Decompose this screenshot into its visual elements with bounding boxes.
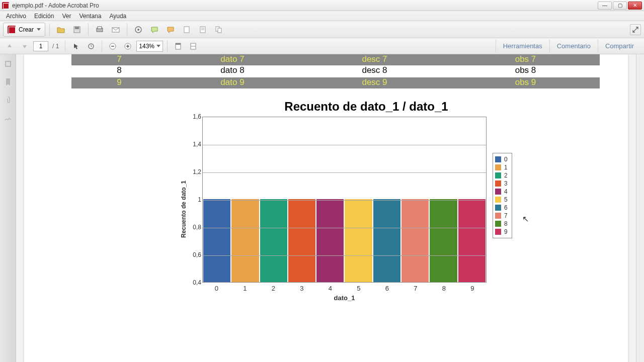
bar-3 (288, 199, 315, 282)
cell-desc: desc 9 (298, 77, 451, 88)
bar-6 (373, 199, 400, 282)
plot-area (202, 117, 487, 283)
svg-rect-18 (6, 62, 10, 66)
cell-desc: desc 7 (298, 54, 451, 65)
vertical-scrollbar[interactable] (636, 54, 644, 362)
cell-n: 8 (71, 65, 167, 76)
tab-comentario[interactable]: Comentario (549, 39, 598, 53)
cell-obs: obs 9 (451, 77, 600, 88)
chevron-down-icon (37, 28, 41, 31)
table-row: 9 dato 9 desc 9 obs 9 (71, 77, 600, 88)
x-axis-label: dato_1 (202, 294, 487, 302)
page-number-input[interactable] (33, 41, 48, 51)
fit-width-button[interactable] (187, 40, 200, 53)
app-icon (2, 2, 9, 9)
cell-dato: dato 8 (167, 65, 298, 76)
menu-archivo[interactable]: Archivo (2, 13, 30, 20)
print-button[interactable] (93, 23, 107, 37)
menu-edicion[interactable]: Edición (30, 13, 58, 20)
svg-point-6 (137, 29, 139, 31)
nav-toolbar: / 1 143% Herramientas Comentario Compart… (0, 38, 644, 54)
y-axis-label: Recuento de dato_1 (180, 180, 187, 238)
maximize-button[interactable]: ▢ (613, 2, 627, 10)
cell-desc: desc 8 (298, 65, 451, 76)
bar-8 (430, 199, 457, 282)
pdf-page: 7 dato 7 desc 7 obs 7 8 dato 8 desc 8 ob… (24, 54, 628, 362)
zoom-out-button[interactable] (106, 40, 119, 53)
hand-tool[interactable] (85, 40, 98, 53)
menu-ver[interactable]: Ver (58, 13, 75, 20)
x-tick-labels: 0123456789 (202, 283, 487, 292)
bar-0 (203, 199, 230, 282)
svg-rect-10 (218, 28, 221, 33)
chevron-down-icon (156, 45, 160, 47)
bar-4 (316, 199, 344, 282)
bar-1 (231, 199, 259, 282)
svg-rect-1 (75, 27, 79, 29)
create-button[interactable]: Crear (3, 23, 45, 37)
page-up-button[interactable] (3, 40, 16, 53)
zoom-value: 143% (139, 43, 154, 50)
chart: Recuento de dato_1 / dato_1 Recuento de … (180, 100, 552, 302)
open-button[interactable] (54, 23, 68, 37)
page-total: / 1 (50, 43, 61, 50)
svg-rect-15 (176, 43, 181, 45)
bar-9 (458, 199, 486, 282)
title-bar: ejemplo.pdf - Adobe Acrobat Pro — ▢ ✕ (0, 0, 644, 11)
signatures-icon[interactable] (3, 113, 14, 124)
zoom-select[interactable]: 143% (136, 41, 163, 52)
comment-button[interactable] (147, 23, 162, 37)
bar-7 (401, 199, 429, 282)
fit-page-button[interactable] (172, 40, 185, 53)
chart-legend: 0123456789 (493, 153, 512, 238)
cell-n: 7 (71, 54, 167, 65)
main-toolbar: Crear (0, 21, 644, 38)
bar-2 (260, 199, 287, 282)
table-row: 7 dato 7 desc 7 obs 7 (71, 54, 600, 65)
bar-5 (345, 199, 372, 282)
save-button[interactable] (70, 23, 84, 37)
tool-button-1[interactable] (131, 23, 145, 37)
y-tick-labels: 0,40,60,811,21,41,6 (188, 117, 202, 283)
svg-rect-7 (184, 27, 189, 33)
tool-button-4[interactable] (212, 23, 226, 37)
bookmarks-icon[interactable] (3, 76, 14, 87)
chart-title: Recuento de dato_1 / dato_1 (180, 100, 552, 114)
window-title: ejemplo.pdf - Adobe Acrobat Pro (12, 2, 99, 9)
side-panel (0, 54, 16, 362)
page-down-button[interactable] (18, 40, 31, 53)
cell-dato: dato 9 (167, 77, 298, 88)
tool-button-3[interactable] (196, 23, 210, 37)
create-label: Crear (19, 26, 34, 33)
stamp-button[interactable] (164, 23, 178, 37)
svg-rect-3 (98, 27, 102, 29)
tool-button-2[interactable] (180, 23, 194, 37)
minimize-button[interactable]: — (598, 2, 612, 10)
thumbnails-icon[interactable] (3, 58, 14, 69)
pdf-icon (8, 26, 16, 34)
attachments-icon[interactable] (3, 95, 14, 106)
workspace: 7 dato 7 desc 7 obs 7 8 dato 8 desc 8 ob… (0, 54, 644, 362)
cell-dato: dato 7 (167, 54, 298, 65)
select-tool[interactable] (69, 40, 83, 53)
close-button[interactable]: ✕ (628, 2, 642, 10)
menu-ventana[interactable]: Ventana (75, 13, 105, 20)
cell-obs: obs 7 (451, 54, 600, 65)
document-viewport[interactable]: 7 dato 7 desc 7 obs 7 8 dato 8 desc 8 ob… (16, 54, 636, 362)
menu-bar: Archivo Edición Ver Ventana Ayuda (0, 11, 644, 21)
cell-n: 9 (71, 77, 167, 88)
tab-compartir[interactable]: Compartir (598, 39, 641, 53)
expand-toolbar-button[interactable] (630, 24, 641, 35)
cell-obs: obs 8 (451, 65, 600, 76)
menu-ayuda[interactable]: Ayuda (105, 13, 130, 20)
table-row: 8 dato 8 desc 8 obs 8 (71, 65, 600, 76)
zoom-in-button[interactable] (121, 40, 134, 53)
mail-button[interactable] (109, 23, 123, 37)
tab-herramientas[interactable]: Herramientas (496, 39, 549, 53)
